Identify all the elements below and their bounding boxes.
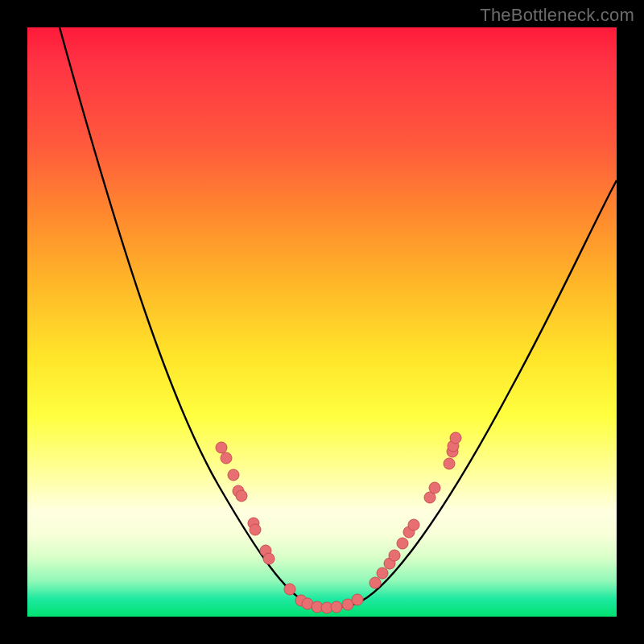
plot-area	[27, 27, 617, 617]
data-point	[216, 442, 227, 453]
data-point	[221, 452, 232, 464]
data-point	[397, 538, 408, 549]
data-point	[429, 482, 440, 493]
data-point	[389, 550, 400, 561]
dots-left	[216, 442, 295, 595]
data-point	[408, 519, 419, 530]
dots-bottom	[295, 594, 363, 613]
data-point	[228, 469, 239, 481]
data-point	[369, 577, 381, 588]
curve-layer	[27, 27, 617, 617]
data-point	[250, 524, 261, 535]
bottleneck-curve	[60, 27, 617, 608]
data-point	[450, 432, 461, 444]
data-point	[352, 594, 363, 605]
data-point	[444, 458, 455, 469]
chart-frame: TheBottleneck.com	[0, 0, 644, 644]
data-point	[263, 553, 275, 564]
data-point	[377, 568, 388, 579]
data-point	[331, 601, 342, 613]
data-point	[284, 584, 295, 595]
dots-right	[369, 432, 461, 588]
data-point	[236, 490, 247, 502]
watermark-text: TheBottleneck.com	[480, 5, 634, 26]
